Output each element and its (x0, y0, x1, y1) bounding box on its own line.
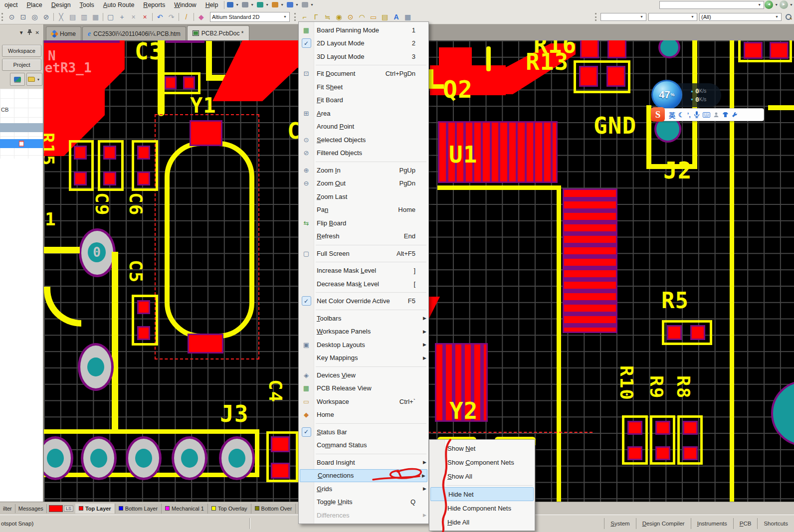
view-menu-item-desktop-layouts[interactable]: ▣Desktop Layouts▶ (299, 338, 428, 352)
skin-icon[interactable] (722, 112, 729, 118)
arc-icon[interactable]: ◠ (357, 11, 367, 22)
filter-combo-2[interactable]: ▼ (648, 13, 697, 21)
move-selection-icon[interactable]: + (117, 11, 127, 22)
zoom-document-icon[interactable]: ⊙ (6, 11, 17, 22)
view-menu-item-zoom-last[interactable]: Zoom Last (299, 190, 428, 203)
pad-icon[interactable]: ⊙ (345, 11, 356, 22)
view-menu-item-refresh[interactable]: RefreshEnd (299, 230, 428, 243)
string-icon[interactable]: A (391, 11, 401, 22)
fill-icon[interactable]: ▭ (368, 11, 379, 22)
view-menu-item-selected-objects[interactable]: ⊙Selected Objects (299, 133, 428, 147)
zoom-selected-icon[interactable]: ◎ (29, 11, 40, 22)
chevron-down-icon[interactable]: ▼ (775, 3, 778, 6)
cut-icon[interactable]: ╳ (56, 11, 66, 22)
view-menu-item-fit-document[interactable]: ⊡Fit DocumentCtrl+PgDn (299, 67, 428, 81)
account-icon[interactable] (713, 112, 719, 118)
view-menu-item-differences[interactable]: Differences▶ (299, 509, 428, 522)
align-tools-icon[interactable]: ▼ (272, 2, 285, 7)
menubar-item-place[interactable]: Place (22, 1, 46, 9)
paste-icon[interactable]: ▥ (79, 11, 89, 22)
copy-icon[interactable]: ▤ (67, 11, 78, 22)
sogou-ime-bar[interactable]: S 英 ☾ ’, (651, 108, 764, 121)
view-configuration-select[interactable]: Altium Standard 2D▼ (210, 12, 290, 22)
grid-tools-icon[interactable]: ▼ (302, 2, 315, 7)
pin-icon[interactable] (27, 29, 32, 36)
back-button[interactable]: ◄ (765, 0, 773, 9)
view-menu-item-key-mappings[interactable]: Key Mappings▶ (299, 352, 428, 365)
panel-tab-ilter[interactable]: ilter (0, 504, 15, 513)
view-menu-item-workspace-panels[interactable]: Workspace Panels▶ (299, 325, 428, 339)
interactive-route-icon[interactable]: / (181, 11, 192, 22)
view-menu-item-devices-view[interactable]: ◈Devices View (299, 368, 428, 382)
view-menu-item-zoom-out[interactable]: ⊖Zoom OutPgDn (299, 177, 428, 190)
violations-icon[interactable]: ◆ (196, 11, 206, 22)
zoom-clear-icon[interactable]: ⊘ (41, 11, 51, 22)
view-menu-item-net-color-override-active[interactable]: ✓Net Color Override ActiveF5 (299, 295, 428, 308)
lang-icon[interactable]: 英 (669, 110, 675, 120)
view-menu-item-pan[interactable]: PanHome (299, 203, 428, 217)
view-menu-item-3d-layout-mode[interactable]: 3D Layout Mode3 (299, 50, 428, 63)
layer-tab-top-layer[interactable]: Top Layer (75, 504, 115, 514)
clear-filter-icon[interactable]: × (140, 11, 150, 22)
view-menu-item-decrease-mask-level[interactable]: Decrease Mask Level[ (299, 277, 428, 291)
statusbar-button-pcb[interactable]: PCB (733, 518, 758, 529)
view-menu-item-2d-layout-mode[interactable]: ✓2D Layout Mode2 (299, 37, 428, 50)
view-menu-item-around-point[interactable]: Around Point (299, 120, 428, 134)
via-icon[interactable]: ◉ (334, 11, 344, 22)
view-menu-item-board-insight[interactable]: Board Insight▶ (299, 456, 428, 469)
connections-submenu-item-hide-component-nets[interactable]: Hide Component Nets (429, 501, 535, 515)
sogou-logo-icon[interactable]: S (651, 107, 665, 122)
menubar-item-auto-route[interactable]: Auto Route (99, 1, 139, 9)
filter-combo-1[interactable]: ▼ (600, 13, 646, 21)
view-menu-item-command-status[interactable]: Command Status (299, 439, 428, 452)
chevron-down-icon[interactable]: ▼ (19, 30, 24, 35)
view-menu-item-grids[interactable]: Grids▶ (299, 482, 428, 496)
layer-tab-bottom-over[interactable]: Bottom Over (251, 504, 296, 514)
redo-icon[interactable]: ↷ (166, 11, 177, 22)
memory-usage-ball[interactable]: 47% (651, 80, 682, 110)
view-menu-item-status-bar[interactable]: ✓Status Bar (299, 425, 428, 439)
view-menu-item-board-planning-mode[interactable]: ▦Board Planning Mode1 (299, 23, 428, 37)
deselect-icon[interactable]: × (128, 11, 139, 22)
view-menu-item-full-screen[interactable]: ▢Full ScreenAlt+F5 (299, 247, 428, 260)
view-menu-item-toggle-units[interactable]: Toggle UnitsQ (299, 496, 428, 509)
union-tools-icon[interactable]: ▼ (257, 2, 270, 7)
night-mode-icon[interactable]: ☾ (678, 111, 684, 119)
keyboard-icon[interactable] (703, 112, 710, 118)
connections-submenu-item-hide-all[interactable]: Hide All (429, 515, 535, 529)
connections-submenu-item-hide-net[interactable]: Hide Net (430, 487, 534, 501)
draw-tools-icon[interactable]: ▼ (227, 2, 240, 7)
view-menu-item-home[interactable]: ◆Home (299, 408, 428, 422)
duplicate-icon[interactable]: ▦ (90, 11, 101, 22)
view-menu-item-pcb-release-view[interactable]: ▦PCB Release View (299, 382, 428, 395)
view-menu-item-increase-mask-level[interactable]: Increase Mask Level] (299, 264, 428, 278)
tree-row-active-document[interactable] (0, 139, 43, 148)
array-icon[interactable]: ▤ (380, 11, 390, 22)
quick-nav-combo[interactable]: ▼ (659, 1, 764, 9)
document-tab-home[interactable]: Home (46, 26, 81, 40)
zoom-area-icon[interactable]: ⊡ (18, 11, 28, 22)
view-menu-item-area[interactable]: ⊞Area (299, 107, 428, 120)
menubar-item-tools[interactable]: Tools (75, 1, 99, 9)
view-menu-item-fit-board[interactable]: Fit Board (299, 94, 428, 107)
layer-tab-top-overlay[interactable]: Top Overlay (208, 504, 251, 514)
component-icon[interactable]: ▦ (402, 11, 413, 22)
menubar-item-reports[interactable]: Reports (139, 1, 170, 9)
project-button[interactable]: Project (2, 59, 41, 71)
room-tools-icon[interactable]: ▼ (287, 2, 300, 7)
project-tree[interactable]: CB (0, 89, 43, 502)
statusbar-button-system[interactable]: System (604, 518, 635, 529)
menubar-item-window[interactable]: Window (170, 1, 200, 9)
close-icon[interactable]: ✕ (35, 30, 39, 35)
route-icon[interactable]: ⌐ (299, 11, 310, 22)
filter-scope-combo[interactable]: (All)▼ (699, 13, 782, 21)
chevron-down-icon[interactable]: ▼ (790, 3, 793, 6)
view-menu-item-connections[interactable]: Connections▶ (300, 469, 427, 483)
layer-tab-bottom-layer[interactable]: Bottom Layer (115, 504, 162, 514)
toolbar-grip[interactable] (294, 13, 297, 21)
view-menu-item-fit-sheet[interactable]: Fit Sheet (299, 80, 428, 94)
view-menu-item-filtered-objects[interactable]: ⊘Filtered Objects (299, 147, 428, 160)
document-tab-pcb2-pcbdoc[interactable]: PCB2.PcbDoc * (187, 25, 249, 40)
panel-tab-messages[interactable]: Messages (15, 504, 47, 513)
document-tab-cc2530-20110406-pcb-htm[interactable]: eCC2530ï¼20110406ï¼.PCB.htm (82, 26, 186, 40)
